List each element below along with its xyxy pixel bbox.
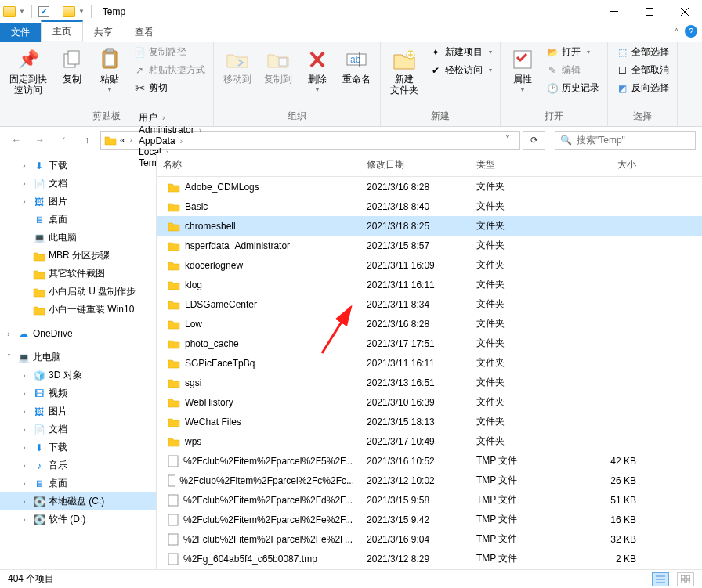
delete-button[interactable]: 删除 ▼ [300,44,335,96]
paste-shortcut-button[interactable]: ↗粘贴快捷方式 [130,62,208,78]
collapse-ribbon-icon[interactable]: ˄ [675,27,678,36]
tree-item[interactable]: ›⬇下载 [0,157,156,175]
expander-icon[interactable]: › [19,479,30,488]
list-row[interactable]: %2Fclub%2Fitem%2Fparcel%2Fe%2F...2021/3/… [157,510,702,529]
list-row[interactable]: LDSGameCenter2021/3/11 8:34文件夹 [157,294,702,314]
expander-icon[interactable]: › [19,443,30,452]
tree-item[interactable]: ›⬇下载 [0,438,156,456]
expander-icon[interactable]: › [19,197,30,206]
open-button[interactable]: 📂打开▾ [543,44,602,60]
tree-item[interactable]: ›♪音乐 [0,456,156,474]
list-row[interactable]: Low2021/3/16 8:28文件夹 [157,314,702,334]
expander-icon[interactable]: › [19,461,30,470]
easy-access-button[interactable]: ✔轻松访问▾ [426,62,495,78]
forward-button[interactable]: → [30,130,50,150]
expander-icon[interactable]: › [19,389,30,398]
tree-item[interactable]: 小白一键重装 Win10 [0,301,156,319]
list-row[interactable]: wps2021/3/17 10:49文件夹 [157,431,702,451]
copy-button[interactable]: 复制 [55,44,89,88]
select-none-button[interactable]: ☐全部取消 [613,62,672,78]
list-row[interactable]: Basic2021/3/18 8:40文件夹 [157,197,702,216]
tree-item[interactable]: ›📄文档 [0,420,156,438]
minimize-button[interactable] [596,0,631,23]
expander-icon[interactable]: › [19,425,30,434]
tree-item[interactable]: 其它软件截图 [0,265,156,283]
tree-item[interactable]: ›📄文档 [0,175,156,193]
help-icon[interactable]: ? [685,25,697,38]
expander-icon[interactable]: › [19,497,30,506]
icons-view-button[interactable] [677,572,694,586]
list-row[interactable]: %2Fg_604c07ae_665e0090.tmp2021/3/13 8:30… [157,568,702,569]
cut-button[interactable]: ✂剪切 [130,80,208,96]
history-button[interactable]: 🕑历史记录 [543,80,602,96]
list-row[interactable]: photo_cache2021/3/17 17:51文件夹 [157,334,702,353]
list-row[interactable]: %2Fg_604ab5f4_c65b0087.tmp2021/3/12 8:29… [157,549,702,568]
list-row[interactable]: Adobe_CDMLogs2021/3/16 8:28文件夹 [157,177,702,197]
tree-item[interactable]: 小白启动 U 盘制作步 [0,283,156,301]
expander-icon[interactable]: › [19,179,30,188]
properties-button[interactable]: 属性 ▼ [505,44,540,96]
list-row[interactable]: klog2021/3/11 16:11文件夹 [157,275,702,294]
tree-item[interactable]: ›🎞视频 [0,384,156,402]
copy-path-button[interactable]: 📄复制路径 [130,44,208,60]
tree-item[interactable]: ›💽软件 (D:) [0,510,156,528]
expander-icon[interactable]: › [19,161,30,170]
list-row[interactable]: chromeshell2021/3/18 8:25文件夹 [157,216,702,236]
select-all-button[interactable]: ⬚全部选择 [613,44,672,60]
list-row[interactable]: WeChat Files2021/3/15 18:13文件夹 [157,412,702,431]
address-dropdown-icon[interactable]: ˅ [499,135,516,146]
pin-to-quick-access-button[interactable]: 📌 固定到快 速访问 [5,44,52,99]
qat-dropdown-icon[interactable]: ▼ [78,8,85,15]
list-header[interactable]: 名称 修改日期 类型 大小 [157,153,702,177]
tree-item[interactable]: ›🧊3D 对象 [0,366,156,384]
breadcrumb-segment[interactable]: AppData› [139,135,204,146]
recent-dropdown[interactable]: ˅ [53,130,74,150]
tree-item[interactable]: MBR 分区步骤 [0,247,156,265]
tab-share[interactable]: 共享 [83,23,124,42]
expander-icon[interactable]: › [3,330,14,338]
tree-item[interactable]: ›🖥桌面 [0,474,156,492]
back-button[interactable]: ← [6,130,27,150]
col-name[interactable]: 名称 [157,153,360,176]
qat-dropdown-icon[interactable]: ▼ [19,8,25,15]
tab-view[interactable]: 查看 [124,23,165,42]
rename-button[interactable]: ab 重命名 [338,44,375,88]
refresh-button[interactable]: ⟳ [523,131,545,150]
tab-file[interactable]: 文件 [0,23,41,42]
new-folder-button[interactable]: 新建 文件夹 [385,44,423,99]
tree-item[interactable]: ›☁OneDrive [0,325,156,342]
new-item-button[interactable]: ✦新建项目▾ [426,44,495,60]
list-row[interactable]: %2Fclub%2Fitem%2Fparcel%2Fe%2F...2021/3/… [157,529,702,549]
paste-button[interactable]: 粘贴 ▼ [92,44,127,96]
expander-icon[interactable]: ˅ [3,353,14,362]
tree-item[interactable]: ˅💻此电脑 [0,348,156,366]
tree-item[interactable]: ›🖼图片 [0,193,156,211]
breadcrumb-segment[interactable]: 用户› [139,111,204,124]
invert-selection-button[interactable]: ◩反向选择 [613,80,672,96]
breadcrumb-segment[interactable]: Administrator› [139,124,204,135]
list-row[interactable]: sgsi2021/3/13 16:51文件夹 [157,373,702,392]
expander-icon[interactable]: › [19,407,30,416]
address-bar[interactable]: «› 用户›Administrator›AppData›Local›Temp› … [100,131,520,150]
list-row[interactable]: kdocerlognew2021/3/11 16:09文件夹 [157,255,702,275]
list-row[interactable]: SGPicFaceTpBq2021/3/11 16:11文件夹 [157,353,702,373]
move-to-button[interactable]: 移动到 [219,44,256,88]
col-type[interactable]: 类型 [470,153,572,176]
close-button[interactable] [667,0,702,23]
maximize-button[interactable] [631,0,667,23]
list-row[interactable]: WebHistory2021/3/10 16:39文件夹 [157,392,702,412]
list-row[interactable]: hsperfdata_Administrator2021/3/15 8:57文件… [157,236,702,255]
tree-item[interactable]: 🖥桌面 [0,211,156,229]
list-row[interactable]: %2Fclub%2Fitem%2Fparcel%2Fc%2Fc...2021/3… [157,471,702,490]
copy-to-button[interactable]: 复制到 [259,44,297,88]
tree-item[interactable]: ›🖼图片 [0,402,156,420]
details-view-button[interactable] [652,572,669,586]
edit-button[interactable]: ✎编辑 [543,62,602,78]
list-row[interactable]: %2Fclub%2Fitem%2Fparcel%2F5%2F...2021/3/… [157,451,702,471]
up-button[interactable]: ↑ [77,130,97,150]
list-row[interactable]: %2Fclub%2Fitem%2Fparcel%2Fd%2F...2021/3/… [157,490,702,510]
qat-properties-checkbox[interactable]: ✔ [38,6,49,17]
search-input[interactable] [577,135,695,146]
search-box[interactable]: 🔍 [555,131,696,150]
file-list[interactable]: 名称 修改日期 类型 大小 Adobe_CDMLogs2021/3/16 8:2… [157,153,702,569]
